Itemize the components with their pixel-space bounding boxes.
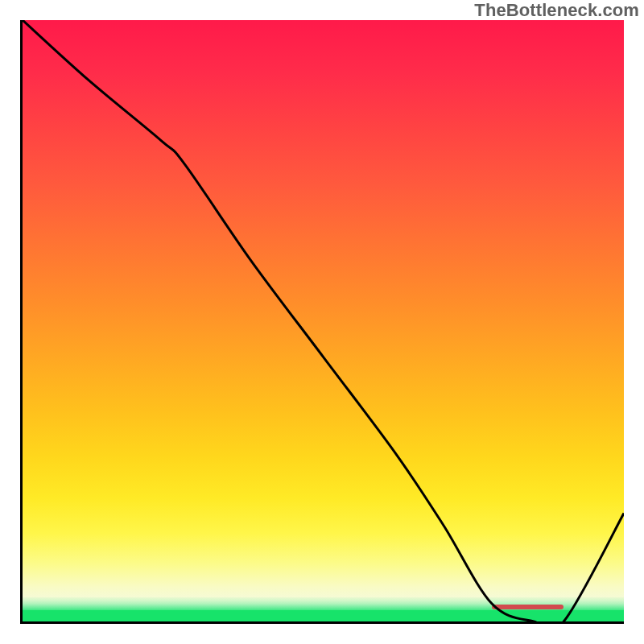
chart-stage: TheBottleneck.com — [0, 0, 644, 644]
optimum-range-marker — [492, 605, 564, 609]
severity-gradient-fill — [23, 20, 624, 610]
plot-area — [20, 20, 624, 624]
optimal-zone-strip — [23, 610, 624, 621]
attribution-text: TheBottleneck.com — [474, 0, 639, 21]
